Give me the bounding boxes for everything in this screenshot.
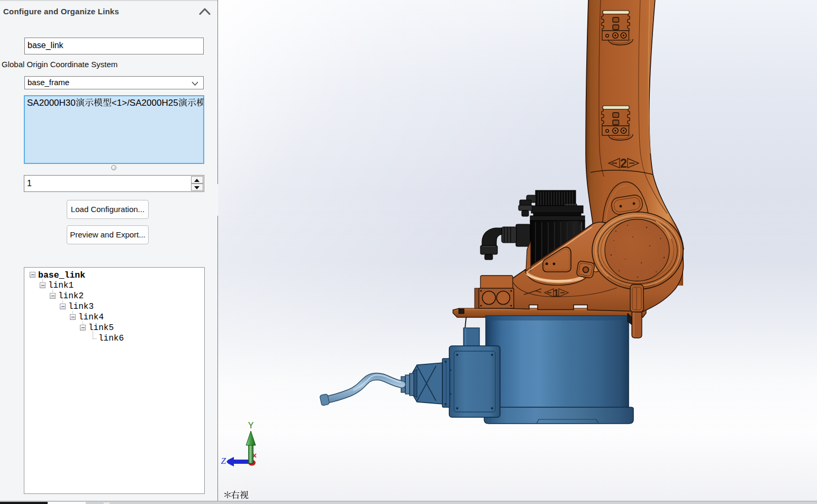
coordinate-system-value: base_frame — [28, 78, 69, 87]
coordinate-system-label: Global Origin Coordinate System — [2, 60, 117, 69]
triad-y-axis[interactable]: Y — [246, 421, 256, 463]
tree-item-label: link3 — [68, 302, 94, 311]
tree-item-link3[interactable]: link3 — [24, 301, 204, 312]
tree-item-link1[interactable]: link1 — [24, 280, 204, 291]
minus-icon — [71, 317, 75, 317]
cjk-glyph — [76, 98, 85, 107]
listbox-resize-grip[interactable] — [111, 165, 116, 170]
chevron-down-icon — [192, 81, 198, 86]
cjk-glyph — [231, 490, 240, 499]
dome-pad-hole — [620, 205, 622, 208]
tree-collapse-icon[interactable] — [80, 325, 86, 331]
triad-z-axis[interactable]: Z — [221, 456, 250, 466]
tree-item-label: link4 — [78, 313, 104, 322]
tree-item-link5[interactable]: link5 — [24, 323, 204, 333]
tree-item-label: base_link — [38, 270, 85, 280]
tree-connector — [83, 322, 83, 324]
tree-item-label: link1 — [48, 281, 74, 290]
svg-text:Y: Y — [248, 421, 254, 430]
tree-item-link6[interactable]: link6 — [24, 333, 204, 344]
base-mount-foot[interactable] — [628, 312, 642, 338]
cjk-glyph — [224, 490, 231, 499]
base-cable[interactable] — [320, 375, 402, 406]
tree-connector-elbow — [93, 332, 97, 339]
tree-collapse-icon[interactable] — [50, 293, 56, 299]
cjk-glyph — [85, 98, 94, 107]
tree-item-link4[interactable]: link4 — [24, 312, 204, 323]
component-count-input[interactable]: 1 — [24, 175, 204, 192]
graphics-viewport[interactable]: 2 — [218, 0, 817, 501]
cjk-glyph — [196, 98, 204, 107]
minus-icon — [31, 274, 34, 275]
horizontal-scrollbar[interactable] — [0, 501, 817, 504]
pneumatic-fitting-large — [480, 224, 530, 260]
minus-icon — [51, 296, 55, 296]
tree-connector — [62, 300, 63, 303]
robot-model[interactable]: 2 — [320, 0, 684, 424]
minus-icon — [81, 327, 85, 328]
svg-text:1: 1 — [553, 287, 559, 299]
property-manager-panel: Configure and Organize Links base_link G… — [0, 0, 218, 504]
panel-header: Configure and Organize Links — [0, 2, 217, 22]
load-configuration-button[interactable]: Load Configuration... — [67, 200, 149, 219]
tree-collapse-icon[interactable] — [30, 272, 35, 278]
count-spinner — [191, 176, 203, 191]
svg-text:Z: Z — [221, 456, 226, 466]
view-orientation-label — [224, 490, 249, 501]
minus-icon — [41, 285, 44, 286]
tree-connector — [72, 311, 73, 314]
svg-text:2: 2 — [620, 157, 627, 170]
tree-item-label: link2 — [58, 291, 84, 301]
link-tree[interactable]: base_linklink1link2link3link4link5link6 — [24, 267, 205, 494]
coordinate-system-dropdown[interactable]: base_frame — [24, 76, 204, 89]
link-name-input[interactable]: base_link — [24, 38, 204, 54]
tree-collapse-icon[interactable] — [40, 282, 46, 288]
robot-base-cylinder[interactable] — [484, 316, 633, 424]
tree-collapse-icon[interactable] — [60, 304, 66, 309]
tree-connector — [42, 279, 43, 282]
spinner-down-icon — [194, 186, 199, 189]
robot-model-scene[interactable]: 2 — [218, 0, 817, 501]
selected-component-item[interactable]: SA2000H30<1>/SA2000H25 — [25, 96, 203, 108]
spinner-down-button[interactable] — [191, 184, 203, 191]
preview-and-export-button[interactable]: Preview and Export... — [67, 225, 149, 244]
dome-pad-hole — [633, 203, 636, 205]
tree-item-base_link[interactable]: base_link — [24, 270, 204, 280]
panel-title: Configure and Organize Links — [3, 7, 119, 16]
component-count-value: 1 — [27, 179, 32, 188]
cjk-glyph — [240, 490, 249, 499]
cjk-glyph — [94, 98, 103, 107]
spinner-up-button[interactable] — [191, 176, 203, 184]
tree-item-link2[interactable]: link2 — [24, 291, 204, 301]
tree-collapse-icon[interactable] — [70, 314, 76, 320]
chevron-up-icon[interactable] — [199, 7, 211, 15]
selected-components-listbox[interactable]: SA2000H30<1>/SA2000H25 — [24, 95, 204, 164]
tree-connector — [52, 290, 53, 292]
turret-connector-box[interactable] — [475, 276, 514, 308]
scrollbar-thumb[interactable] — [0, 502, 48, 504]
cjk-glyph — [178, 98, 187, 107]
orientation-triad[interactable]: Z Y — [221, 421, 256, 466]
base-cable-connector[interactable] — [401, 359, 450, 407]
joint2-lower-tab[interactable] — [630, 285, 643, 312]
cjk-glyph — [187, 98, 196, 107]
minus-icon — [61, 306, 65, 307]
spinner-up-icon — [194, 179, 199, 182]
joint2-ring[interactable] — [592, 212, 683, 289]
tree-item-label: link6 — [98, 334, 124, 343]
cjk-glyph — [103, 98, 112, 107]
scrollbar-segment — [48, 502, 86, 504]
